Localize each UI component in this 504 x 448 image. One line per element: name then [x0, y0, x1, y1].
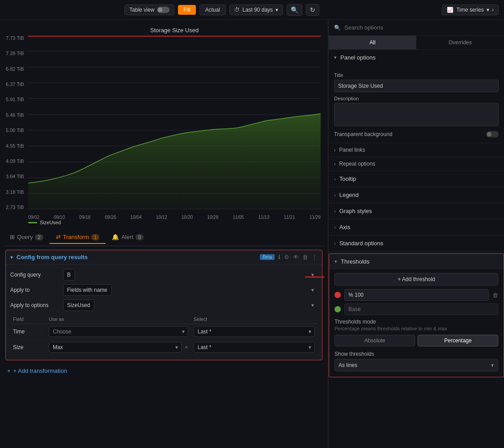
panel-options-header[interactable]: ▾ Panel options	[329, 50, 504, 65]
alert-badge: 0	[136, 234, 144, 240]
config-query-select[interactable]: B	[63, 269, 75, 281]
add-transformation-label: + Add transformation	[13, 367, 67, 374]
chevron-down-icon: ▾	[275, 7, 278, 13]
y-label-11: 2.73 TiB	[6, 205, 24, 210]
chart-area: 7.73 TiB 7.28 TiB 6.82 TiB 6.37 TiB 5.91…	[28, 35, 321, 210]
chevron-right-graph: ›	[334, 209, 336, 214]
trash-icon[interactable]: 🗑	[302, 254, 308, 260]
more-icon[interactable]: ⋮	[312, 254, 318, 260]
time-range-button[interactable]: ⏱ Last 90 days ▾	[229, 4, 283, 15]
arrow-line	[305, 277, 324, 277]
panel-links-label: Panel links	[339, 147, 365, 153]
row2-clear-btn[interactable]: ✕	[184, 345, 188, 350]
config-header: ▾ Config from query results Beta ℹ ⚙ 👁 🗑…	[6, 250, 322, 265]
config-query-row: Config query B	[10, 269, 318, 281]
time-series-label: Time series	[456, 7, 484, 13]
repeat-options-item[interactable]: › Repeat options	[329, 157, 504, 171]
graph-styles-header[interactable]: › Graph styles	[329, 203, 504, 219]
row2-select-dropdown[interactable]: Last *	[194, 342, 315, 353]
search-bar: 🔍	[329, 20, 504, 36]
tab-overrides[interactable]: Overrides	[416, 36, 504, 49]
eye-icon[interactable]: 👁	[293, 254, 299, 260]
threshold-base-input[interactable]	[344, 303, 498, 315]
add-transformation-button[interactable]: + + Add transformation	[5, 364, 322, 378]
row1-select-wrapper: Last *	[194, 326, 315, 337]
right-panel: 🔍 All Overrides ▾ Panel options Title De…	[328, 20, 504, 448]
table-view-switch[interactable]	[157, 7, 169, 13]
time-series-button[interactable]: 📈 Time series ▾ ›	[442, 4, 499, 15]
table-view-toggle[interactable]: Table view	[124, 4, 174, 15]
threshold-row-1: 🗑	[335, 289, 498, 301]
tab-query[interactable]: ⊞ Query 2	[4, 231, 50, 244]
y-label-10: 3.18 TiB	[6, 189, 24, 195]
info-icon[interactable]: ℹ	[278, 254, 280, 260]
refresh-button[interactable]: ↻	[306, 4, 319, 16]
collapse-icon[interactable]: ▾	[10, 254, 13, 260]
thresholds-section: ▾ Thresholds + Add threshold 🗑 Threshold…	[329, 253, 504, 377]
config-title: Config from query results	[17, 254, 256, 260]
use-as-col-header: Use as	[46, 315, 191, 324]
header-icons: ℹ ⚙ 👁 🗑 ⋮	[278, 254, 318, 260]
chart-title: Storage Size Used	[28, 27, 321, 34]
threshold1-delete-icon[interactable]: 🗑	[492, 292, 498, 299]
transform-icon: ⇄	[56, 234, 61, 240]
tooltip-header[interactable]: › Tooltip	[329, 171, 504, 187]
y-label-3: 6.37 TiB	[6, 81, 24, 87]
actual-button[interactable]: Actual	[199, 4, 226, 15]
standard-options-header[interactable]: › Standard options	[329, 235, 504, 251]
row2-field: Size	[10, 340, 46, 355]
fill-button[interactable]: Fill	[178, 5, 195, 15]
chevron-right-standard: ›	[334, 241, 336, 246]
y-label-6: 5.00 TiB	[6, 128, 24, 133]
field-col-header: Field	[10, 315, 46, 324]
thresholds-header[interactable]: ▾ Thresholds	[329, 254, 504, 269]
chart-container: Storage Size Used 7.73 TiB 7.28 TiB 6.82…	[4, 23, 324, 229]
transform-tab-label: Transform	[63, 234, 89, 240]
config-query-row-container: Config query B	[10, 269, 318, 281]
chevron-down-icon2: ▾	[487, 7, 489, 13]
legend-header[interactable]: › Legend	[329, 187, 504, 203]
threshold1-dot	[335, 292, 341, 298]
panel-links-item[interactable]: › Panel links	[329, 143, 504, 157]
panel-options-title: Panel options	[340, 54, 376, 61]
y-label-4: 5.91 TiB	[6, 97, 24, 102]
threshold-base-dot	[335, 306, 341, 312]
axis-label: Axis	[339, 224, 351, 230]
apply-to-options-row: Apply to options SizeUsed	[10, 299, 318, 311]
clock-icon: ⏱	[234, 7, 240, 13]
y-label-7: 4.55 TiB	[6, 143, 24, 149]
zoom-out-button[interactable]: 🔍	[287, 4, 302, 16]
add-threshold-button[interactable]: + Add threshold	[335, 273, 498, 286]
apply-to-select[interactable]: Fields with name	[63, 284, 112, 296]
apply-to-select-wrapper: Fields with name	[63, 284, 318, 296]
tooltip-section: › Tooltip	[329, 171, 504, 187]
threshold1-input[interactable]	[344, 289, 489, 301]
row2-use-as-select[interactable]: Max	[49, 342, 182, 353]
row2-use-as-wrapper: Max ✕	[49, 342, 188, 353]
query-tab-label: Query	[17, 234, 33, 240]
row1-select-dropdown[interactable]: Last *	[194, 326, 315, 337]
y-label-0: 7.73 TiB	[6, 35, 24, 41]
settings-icon[interactable]: ⚙	[284, 254, 289, 260]
alert-icon: 🔔	[112, 234, 119, 240]
tab-transform[interactable]: ⇄ Transform 1	[50, 231, 106, 244]
x-axis: 09/0209/1009/1809/26 10/0410/1210/2010/2…	[28, 215, 321, 220]
axis-header[interactable]: › Axis	[329, 219, 504, 235]
description-input[interactable]	[334, 103, 499, 126]
tab-alert[interactable]: 🔔 Alert 0	[106, 231, 150, 244]
show-thresholds-select[interactable]: As lines As filled regions Off	[335, 359, 498, 371]
y-label-2: 6.82 TiB	[6, 66, 24, 72]
absolute-mode-button[interactable]: Absolute	[335, 335, 415, 346]
annotation: Query that gets the total Size of the Di…	[305, 269, 324, 285]
transparent-bg-toggle[interactable]	[486, 131, 499, 137]
search-icon: 🔍	[334, 25, 341, 31]
thresholds-mode-desc: Percentage means thresholds relative to …	[335, 326, 498, 331]
percentage-mode-button[interactable]: Percentage	[418, 335, 498, 346]
search-input[interactable]	[344, 24, 499, 31]
title-input[interactable]	[334, 80, 499, 92]
chart-icon: 📈	[447, 7, 453, 13]
graph-styles-section: › Graph styles	[329, 203, 504, 219]
tab-all[interactable]: All	[329, 36, 416, 49]
row1-use-as-select[interactable]: Choose	[49, 326, 188, 337]
apply-to-options-select[interactable]: SizeUsed	[63, 299, 94, 311]
